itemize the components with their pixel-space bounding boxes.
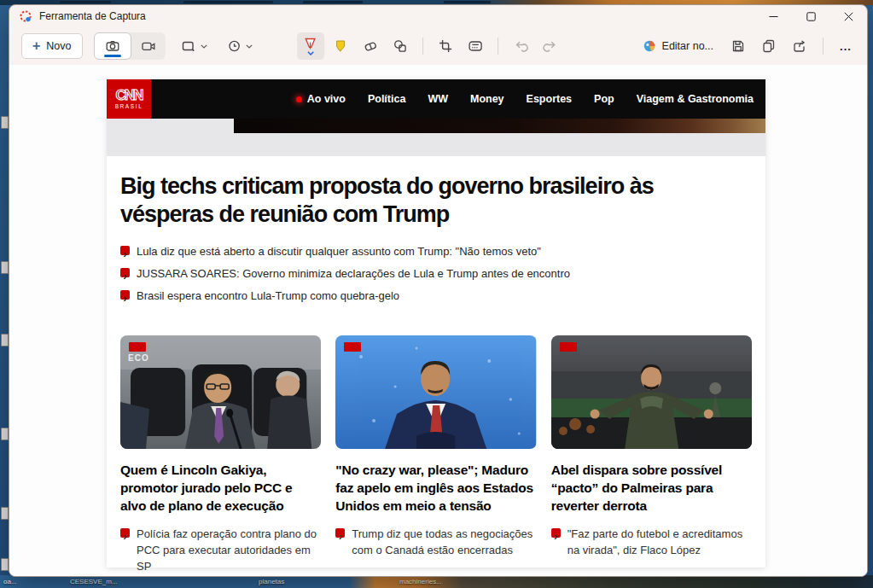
minimize-button[interactable]: [754, 5, 792, 27]
camera-icon: [105, 38, 120, 54]
eraser-icon: [363, 38, 378, 54]
red-chevron-bullet-icon: ›: [120, 528, 130, 538]
snipping-tool-app-icon: [19, 9, 32, 23]
save-button[interactable]: [725, 32, 752, 60]
page-main: Big techs criticam proposta do governo b…: [107, 172, 765, 574]
chevron-down-icon: [201, 44, 207, 49]
story-link[interactable]: › Brasil espera encontro Lula-Trump como…: [120, 288, 752, 304]
card-title-link[interactable]: "No crazy war, please"; Maduro faz apelo…: [335, 461, 536, 515]
nav-item-esportes[interactable]: Esportes: [527, 93, 573, 105]
text-actions-icon: [468, 38, 483, 54]
desktop-icon-label: planetas: [259, 578, 284, 585]
crop-tool[interactable]: [432, 32, 459, 60]
new-snip-button[interactable]: + Novo: [21, 33, 83, 59]
news-card[interactable]: "No crazy war, please"; Maduro faz apelo…: [335, 335, 536, 574]
news-cards-row: ECO Quem é Lincoln Gakiya, promotor jura…: [120, 335, 752, 574]
cnn-logo-region: BRASIL: [115, 103, 143, 109]
nav-label: Ao vivo: [307, 93, 346, 105]
red-chevron-bullet-icon: ›: [120, 268, 130, 277]
share-icon: [792, 38, 807, 54]
highlighter-tool[interactable]: [327, 32, 354, 60]
share-button[interactable]: [786, 32, 813, 60]
redo-button[interactable]: [537, 32, 564, 60]
red-chevron-bullet-icon: ›: [335, 528, 345, 538]
text-actions-tool[interactable]: [462, 32, 489, 60]
nav-item-ao-vivo[interactable]: Ao vivo: [296, 93, 346, 105]
pen-icon: [303, 37, 317, 51]
snip-canvas[interactable]: CNN BRASIL Ao vivo Política WW Money Esp…: [9, 65, 867, 576]
story-text: Brasil espera encontro Lula-Trump como q…: [137, 288, 399, 304]
ballpoint-pen-tool[interactable]: [297, 32, 324, 60]
copy-button[interactable]: [755, 32, 783, 60]
shapes-icon: [393, 38, 408, 54]
cnn-logo[interactable]: CNN BRASIL: [107, 79, 151, 119]
snip-shape-dropdown[interactable]: [177, 32, 212, 60]
active-mode-indicator: [104, 55, 121, 57]
card-story-link[interactable]: › "Faz parte do futebol e acreditamos na…: [551, 526, 752, 558]
top-stories-list: › Lula diz que está aberto a discutir qu…: [120, 243, 752, 304]
eraser-tool[interactable]: [357, 32, 384, 60]
undo-button[interactable]: [507, 32, 534, 60]
toolbar-separator: [498, 38, 498, 55]
nav-item-viagem-gastronomia[interactable]: Viagem & Gastronomia: [637, 93, 754, 105]
story-text: JUSSARA SOARES: Governo minimiza declara…: [137, 265, 570, 282]
close-button[interactable]: [829, 5, 867, 27]
toolbar: + Novo: [9, 27, 867, 65]
see-more-button[interactable]: ...: [833, 40, 858, 53]
card-story-link[interactable]: › Polícia faz operação contra plano do P…: [120, 526, 321, 574]
cnn-logo-text: CNN: [116, 89, 143, 102]
news-card[interactable]: Abel dispara sobre possível “pacto” do P…: [551, 335, 752, 574]
cnn-red-badge: [344, 342, 361, 352]
nav-item-money[interactable]: Money: [470, 93, 504, 105]
card-photo-press-conference[interactable]: ECO: [120, 335, 321, 449]
edit-in-paint-button[interactable]: Editar no...: [635, 33, 721, 59]
card-title-link[interactable]: Abel dispara sobre possível “pacto” do P…: [551, 461, 752, 515]
main-headline-link[interactable]: Big techs criticam proposta do governo b…: [120, 172, 752, 229]
red-chevron-bullet-icon: ›: [120, 246, 130, 255]
maximize-button[interactable]: [792, 5, 829, 27]
screenshot-mode-button[interactable]: [94, 32, 131, 60]
minimize-icon: [769, 12, 778, 21]
window-title: Ferramenta de Captura: [39, 10, 146, 22]
delay-timer-dropdown[interactable]: [223, 32, 257, 60]
screen: oa... CESESVE_m... planetas machineries.…: [0, 0, 873, 588]
titlebar[interactable]: Ferramenta de Captura: [9, 5, 867, 27]
desktop-icon-label: oa...: [3, 578, 17, 585]
new-snip-label: Novo: [46, 40, 71, 52]
save-icon: [730, 38, 746, 54]
video-camera-icon: [141, 38, 156, 54]
video-mode-button[interactable]: [131, 32, 166, 60]
card-story-link[interactable]: › Trump diz que todas as negociações com…: [335, 526, 536, 558]
edit-in-paint-label: Editar no...: [662, 40, 713, 52]
nav-item-politica[interactable]: Política: [368, 93, 405, 105]
story-text: Lula diz que está aberto a discutir qual…: [137, 243, 541, 259]
close-icon: [844, 12, 853, 21]
story-link[interactable]: › Lula diz que está aberto a discutir qu…: [120, 243, 752, 259]
red-chevron-bullet-icon: ›: [120, 290, 130, 300]
card-story-text: Polícia faz operação contra plano do PCC…: [137, 526, 321, 574]
crop-icon: [438, 38, 453, 54]
card-title-link[interactable]: Quem é Lincoln Gakiya, promotor jurado p…: [120, 461, 321, 515]
timer-clock-icon: [227, 38, 242, 54]
snip-shape-icon: [181, 38, 197, 54]
maximize-icon: [806, 12, 816, 21]
story-link[interactable]: › JUSSARA SOARES: Governo minimiza decla…: [120, 265, 752, 282]
chevron-down-icon: [307, 51, 314, 55]
nav-item-pop[interactable]: Pop: [594, 93, 614, 105]
desktop-bottom-strip: oa... CESESVE_m... planetas machineries.…: [0, 575, 873, 588]
chevron-down-icon: [246, 44, 253, 49]
redo-icon: [543, 38, 558, 54]
card-story-text: Trump diz que todas as negociações com o…: [352, 526, 536, 558]
captured-screenshot: CNN BRASIL Ao vivo Política WW Money Esp…: [107, 79, 765, 568]
shapes-tool[interactable]: [387, 32, 414, 60]
paint-palette-icon: [643, 39, 656, 53]
card-photo-maduro[interactable]: [335, 335, 536, 449]
card-photo-coach[interactable]: [551, 335, 752, 449]
snipping-tool-window: Ferramenta de Captura + Novo: [9, 4, 868, 577]
nav-item-ww[interactable]: WW: [428, 93, 448, 105]
news-card[interactable]: ECO Quem é Lincoln Gakiya, promotor jura…: [120, 335, 321, 574]
red-chevron-bullet-icon: ›: [551, 528, 561, 538]
copy-icon: [761, 38, 777, 54]
desktop-icon-label: CESESVE_m...: [70, 578, 118, 585]
live-dot-icon: [296, 96, 302, 102]
